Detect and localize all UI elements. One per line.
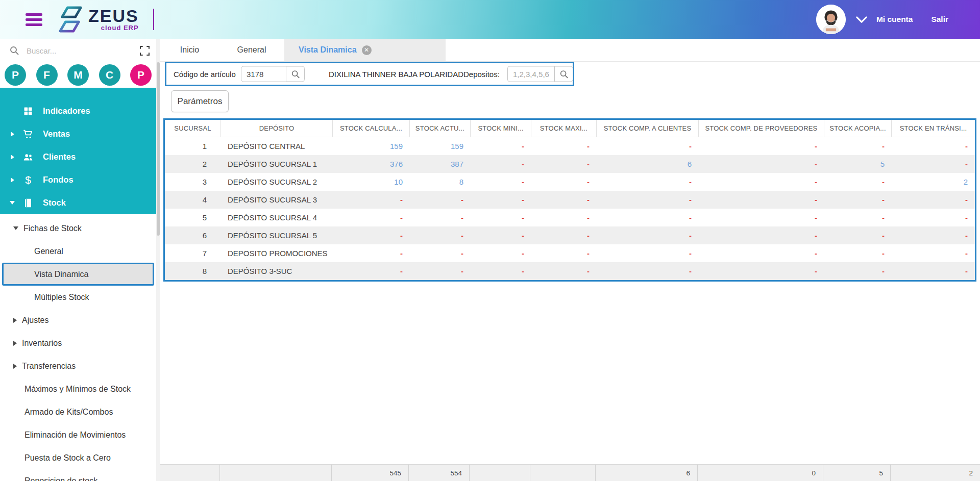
column-header[interactable]: STOCK COMP. A CLIENTES [597, 120, 699, 137]
cell-deposito: DEPÓSITO SUCURSAL 4 [221, 209, 333, 226]
column-header[interactable]: STOCK MAXI... [531, 120, 597, 137]
user-avatar-badge[interactable]: F [36, 64, 58, 86]
cell-value: - [892, 262, 975, 280]
column-header[interactable]: STOCK ACOPIA... [824, 120, 892, 137]
article-code-label: Código de artículo [174, 70, 236, 79]
parameters-button[interactable]: Parámetros [171, 90, 229, 112]
cell-value: - [410, 244, 471, 262]
sidebar-item-puesta-stock-cero[interactable]: Puesta de Stock a Cero [0, 446, 156, 469]
fullscreen-expand-icon[interactable] [139, 45, 150, 56]
user-avatar-badge[interactable]: M [67, 64, 89, 86]
article-search-button[interactable] [286, 66, 305, 82]
close-tab-icon[interactable]: ✕ [362, 45, 372, 55]
table-row[interactable]: 2DEPÓSITO SUCURSAL 1376387--6-5- [165, 155, 975, 173]
table-row[interactable]: 6DEPÓSITO SUCURSAL 5-------- [165, 226, 975, 244]
cell-value: - [699, 244, 824, 262]
cell-value: - [471, 226, 531, 244]
sidebar-item-transferencias[interactable]: Transferencias [0, 355, 156, 377]
logout-link[interactable]: Salir [931, 15, 948, 24]
chevron-right-icon [8, 155, 16, 160]
account-area: Mi cuenta Salir [816, 5, 980, 34]
deposits-search-button[interactable] [554, 66, 573, 82]
sidebar-item-fondos[interactable]: $ Fondos [0, 168, 156, 191]
deposits-input[interactable] [507, 66, 554, 82]
user-avatar-badge[interactable]: P [5, 64, 26, 86]
column-header[interactable]: SUCURSAL [165, 120, 221, 137]
sidebar-item-clientes[interactable]: Clientes [0, 145, 156, 168]
sidebar-item-vista-dinamica[interactable]: Vista Dinamica [2, 263, 154, 286]
cell-deposito: DEPÓSITO SUCURSAL 3 [221, 191, 333, 209]
total-cell: 2 [890, 465, 980, 481]
sidebar-item-general[interactable]: General [0, 240, 156, 263]
column-header[interactable]: STOCK EN TRÁNSI... [892, 120, 975, 137]
cell-value: - [333, 262, 410, 280]
avatar-person-icon [816, 5, 846, 34]
total-cell: 5 [823, 465, 890, 481]
hamburger-menu-icon[interactable] [26, 11, 42, 29]
dollar-icon: $ [21, 174, 35, 186]
chevron-down-icon[interactable] [856, 16, 867, 23]
article-code-input[interactable] [241, 66, 286, 82]
sidebar-item-label: Fichas de Stock [23, 224, 82, 233]
cell-value: - [699, 137, 824, 155]
cell-sucursal: 2 [165, 155, 221, 173]
top-bar: ZEUS cloud ERP Mi cuenta Salir [0, 0, 980, 39]
cell-value: - [333, 244, 410, 262]
sidebar-item-label: Fondos [43, 175, 74, 185]
user-avatar[interactable] [816, 5, 846, 34]
sidebar-scrollbar[interactable] [156, 39, 160, 481]
sidebar-item-fichas-de-stock[interactable]: Fichas de Stock [0, 217, 156, 240]
search-input[interactable] [27, 46, 139, 55]
total-cell: 6 [595, 465, 697, 481]
sidebar-item-ajustes[interactable]: Ajustes [0, 309, 156, 332]
table-row[interactable]: 7DEPOSITO PROMOCIONES-------- [165, 244, 975, 262]
cell-deposito: DEPÓSITO CENTRAL [221, 137, 333, 155]
cell-value: - [597, 226, 699, 244]
sidebar-item-indicadores[interactable]: Indicadores [0, 99, 156, 122]
table-row[interactable]: 4DEPÓSITO SUCURSAL 3-------- [165, 191, 975, 209]
zeus-erp-app: ZEUS cloud ERP Mi cuenta Salir [0, 0, 980, 481]
sidebar-item-label: Ajustes [22, 316, 48, 325]
cell-value: - [597, 209, 699, 226]
user-avatar-badge[interactable]: C [99, 64, 120, 86]
sidebar-item-reposicion-stock[interactable]: Reposicion de stock [0, 469, 156, 481]
my-account-link[interactable]: Mi cuenta [876, 15, 913, 24]
tab-inicio[interactable]: Inicio [160, 39, 219, 61]
table-row[interactable]: 1DEPÓSITO CENTRAL159159------ [165, 137, 975, 155]
column-header[interactable]: STOCK MINI... [471, 120, 531, 137]
cell-value: - [597, 262, 699, 280]
column-header[interactable]: STOCK ACTU... [410, 120, 471, 137]
column-header[interactable]: STOCK COMP. DE PROVEEDORES [699, 120, 824, 137]
cell-value: - [699, 262, 824, 280]
sidebar-item-stock[interactable]: Stock [0, 191, 156, 214]
cell-value: - [892, 244, 975, 262]
column-header[interactable]: STOCK CALCULA... [333, 120, 410, 137]
sidebar-item-maximos-minimos[interactable]: Máximos y Mínimos de Stock [0, 377, 156, 400]
box-icon [21, 198, 35, 208]
sidebar-item-eliminacion-movimientos[interactable]: Eliminación de Movimientos [0, 423, 156, 446]
total-cell [469, 465, 530, 481]
article-name-text: DIXILINA THINNER BAJA POLARIDAD [329, 70, 463, 79]
table-row[interactable]: 3DEPÓSITO SUCURSAL 2108-----2 [165, 173, 975, 191]
sidebar: PFMCP Indicadores [0, 39, 156, 481]
tab-general[interactable]: General [219, 39, 284, 61]
cell-value: - [824, 191, 892, 209]
tab-vista-dinamica[interactable]: Vista Dinamica ✕ [284, 39, 446, 61]
sidebar-item-multiples-stock[interactable]: Múltiples Stock [0, 286, 156, 309]
table-row[interactable]: 8DEPÓSITO 3-SUC-------- [165, 262, 975, 280]
table-row[interactable]: 5DEPÓSITO SUCURSAL 4-------- [165, 209, 975, 226]
cart-icon [21, 129, 35, 140]
sidebar-item-ventas[interactable]: Ventas [0, 122, 156, 145]
scrollbar-thumb[interactable] [157, 62, 160, 236]
sidebar-item-label: Transferencias [22, 362, 76, 371]
cell-value: - [410, 209, 471, 226]
cell-value: - [531, 226, 597, 244]
cell-value: - [892, 137, 975, 155]
user-avatar-badge[interactable]: P [130, 64, 152, 86]
column-header[interactable]: DEPÓSITO [221, 120, 333, 137]
sidebar-item-inventarios[interactable]: Inventarios [0, 332, 156, 355]
cell-value: - [471, 173, 531, 191]
cell-value: - [892, 209, 975, 226]
sidebar-item-armado-kits[interactable]: Armado de Kits/Combos [0, 400, 156, 423]
chevron-down-icon [13, 226, 18, 230]
